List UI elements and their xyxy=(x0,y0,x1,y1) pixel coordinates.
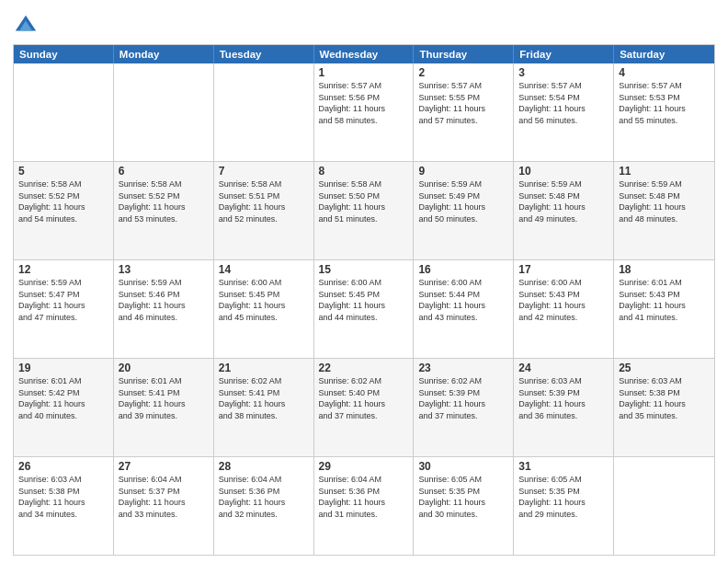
day-info: Sunrise: 6:04 AMSunset: 5:37 PMDaylight:… xyxy=(119,474,209,520)
calendar-cell-27: 27Sunrise: 6:04 AMSunset: 5:37 PMDayligh… xyxy=(114,457,214,555)
day-info: Sunrise: 5:59 AMSunset: 5:46 PMDaylight:… xyxy=(119,277,209,323)
day-number: 26 xyxy=(18,460,108,473)
calendar-cell-15: 15Sunrise: 6:00 AMSunset: 5:45 PMDayligh… xyxy=(314,260,415,358)
day-number: 10 xyxy=(518,165,609,178)
day-number: 27 xyxy=(119,460,209,473)
day-info: Sunrise: 5:58 AMSunset: 5:52 PMDaylight:… xyxy=(18,178,108,224)
calendar-cell-18: 18Sunrise: 6:01 AMSunset: 5:43 PMDayligh… xyxy=(614,260,714,358)
calendar-cell-2: 2Sunrise: 5:57 AMSunset: 5:55 PMDaylight… xyxy=(414,63,514,161)
calendar-row-4: 26Sunrise: 6:03 AMSunset: 5:38 PMDayligh… xyxy=(14,456,714,555)
day-number: 4 xyxy=(619,66,710,79)
weekday-header-saturday: Saturday xyxy=(614,45,714,63)
calendar-body: 1Sunrise: 5:57 AMSunset: 5:56 PMDaylight… xyxy=(14,63,714,555)
day-number: 20 xyxy=(119,362,209,374)
day-info: Sunrise: 5:58 AMSunset: 5:51 PMDaylight:… xyxy=(219,178,309,224)
calendar-cell-empty xyxy=(14,63,114,161)
calendar-cell-13: 13Sunrise: 5:59 AMSunset: 5:46 PMDayligh… xyxy=(114,260,214,358)
day-number: 2 xyxy=(418,66,508,79)
day-info: Sunrise: 6:04 AMSunset: 5:36 PMDaylight:… xyxy=(319,474,409,520)
day-number: 12 xyxy=(18,263,108,276)
page-header xyxy=(13,9,715,39)
calendar-cell-21: 21Sunrise: 6:02 AMSunset: 5:41 PMDayligh… xyxy=(214,359,314,456)
day-info: Sunrise: 5:59 AMSunset: 5:48 PMDaylight:… xyxy=(518,178,609,224)
calendar-cell-8: 8Sunrise: 5:58 AMSunset: 5:50 PMDaylight… xyxy=(314,162,415,259)
calendar-row-3: 19Sunrise: 6:01 AMSunset: 5:42 PMDayligh… xyxy=(14,358,714,456)
day-info: Sunrise: 6:01 AMSunset: 5:41 PMDaylight:… xyxy=(119,375,209,421)
day-info: Sunrise: 6:05 AMSunset: 5:35 PMDaylight:… xyxy=(418,474,508,520)
calendar-cell-empty xyxy=(214,63,314,161)
day-info: Sunrise: 6:00 AMSunset: 5:45 PMDaylight:… xyxy=(219,277,309,323)
calendar-cell-20: 20Sunrise: 6:01 AMSunset: 5:41 PMDayligh… xyxy=(114,359,214,456)
calendar-cell-empty xyxy=(114,63,214,161)
page-container: SundayMondayTuesdayWednesdayThursdayFrid… xyxy=(0,0,728,563)
calendar-cell-22: 22Sunrise: 6:02 AMSunset: 5:40 PMDayligh… xyxy=(314,359,415,456)
calendar-cell-7: 7Sunrise: 5:58 AMSunset: 5:51 PMDaylight… xyxy=(214,162,314,259)
calendar-cell-empty xyxy=(614,457,714,555)
weekday-header-monday: Monday xyxy=(114,45,214,63)
day-info: Sunrise: 5:57 AMSunset: 5:53 PMDaylight:… xyxy=(619,80,710,126)
day-info: Sunrise: 5:58 AMSunset: 5:52 PMDaylight:… xyxy=(119,178,209,224)
calendar-row-2: 12Sunrise: 5:59 AMSunset: 5:47 PMDayligh… xyxy=(14,259,714,358)
day-info: Sunrise: 6:03 AMSunset: 5:38 PMDaylight:… xyxy=(619,375,710,421)
logo-icon xyxy=(13,13,39,39)
calendar-cell-16: 16Sunrise: 6:00 AMSunset: 5:44 PMDayligh… xyxy=(414,260,514,358)
day-number: 11 xyxy=(619,165,710,178)
day-info: Sunrise: 5:57 AMSunset: 5:55 PMDaylight:… xyxy=(418,80,508,126)
calendar-row-0: 1Sunrise: 5:57 AMSunset: 5:56 PMDaylight… xyxy=(14,63,714,161)
day-number: 7 xyxy=(219,165,309,178)
weekday-header-thursday: Thursday xyxy=(414,45,514,63)
calendar-cell-26: 26Sunrise: 6:03 AMSunset: 5:38 PMDayligh… xyxy=(14,457,114,555)
day-info: Sunrise: 6:01 AMSunset: 5:43 PMDaylight:… xyxy=(619,277,710,323)
calendar-cell-28: 28Sunrise: 6:04 AMSunset: 5:36 PMDayligh… xyxy=(214,457,314,555)
day-info: Sunrise: 6:02 AMSunset: 5:40 PMDaylight:… xyxy=(319,375,409,421)
day-number: 8 xyxy=(319,165,409,178)
day-info: Sunrise: 6:03 AMSunset: 5:38 PMDaylight:… xyxy=(18,474,108,520)
calendar-cell-29: 29Sunrise: 6:04 AMSunset: 5:36 PMDayligh… xyxy=(314,457,415,555)
day-number: 25 xyxy=(619,362,710,374)
calendar-header: SundayMondayTuesdayWednesdayThursdayFrid… xyxy=(14,45,714,63)
day-info: Sunrise: 6:02 AMSunset: 5:41 PMDaylight:… xyxy=(219,375,309,421)
weekday-header-sunday: Sunday xyxy=(14,45,114,63)
calendar-row-1: 5Sunrise: 5:58 AMSunset: 5:52 PMDaylight… xyxy=(14,161,714,259)
day-info: Sunrise: 6:00 AMSunset: 5:43 PMDaylight:… xyxy=(518,277,609,323)
day-number: 17 xyxy=(518,263,609,276)
day-info: Sunrise: 6:04 AMSunset: 5:36 PMDaylight:… xyxy=(219,474,309,520)
day-info: Sunrise: 5:59 AMSunset: 5:48 PMDaylight:… xyxy=(619,178,710,224)
logo xyxy=(13,13,42,39)
day-number: 15 xyxy=(319,263,409,276)
day-number: 18 xyxy=(619,263,710,276)
day-number: 29 xyxy=(319,460,409,473)
day-number: 14 xyxy=(219,263,309,276)
calendar-cell-4: 4Sunrise: 5:57 AMSunset: 5:53 PMDaylight… xyxy=(614,63,714,161)
calendar-cell-9: 9Sunrise: 5:59 AMSunset: 5:49 PMDaylight… xyxy=(414,162,514,259)
calendar-cell-19: 19Sunrise: 6:01 AMSunset: 5:42 PMDayligh… xyxy=(14,359,114,456)
day-number: 3 xyxy=(518,66,609,79)
calendar-cell-25: 25Sunrise: 6:03 AMSunset: 5:38 PMDayligh… xyxy=(614,359,714,456)
calendar-cell-31: 31Sunrise: 6:05 AMSunset: 5:35 PMDayligh… xyxy=(514,457,614,555)
day-info: Sunrise: 6:01 AMSunset: 5:42 PMDaylight:… xyxy=(18,375,108,421)
day-number: 13 xyxy=(119,263,209,276)
day-info: Sunrise: 6:02 AMSunset: 5:39 PMDaylight:… xyxy=(418,375,508,421)
day-number: 24 xyxy=(518,362,609,374)
calendar-cell-10: 10Sunrise: 5:59 AMSunset: 5:48 PMDayligh… xyxy=(514,162,614,259)
day-number: 28 xyxy=(219,460,309,473)
calendar-cell-12: 12Sunrise: 5:59 AMSunset: 5:47 PMDayligh… xyxy=(14,260,114,358)
day-number: 19 xyxy=(18,362,108,374)
day-number: 9 xyxy=(418,165,508,178)
calendar-cell-5: 5Sunrise: 5:58 AMSunset: 5:52 PMDaylight… xyxy=(14,162,114,259)
day-number: 31 xyxy=(518,460,609,473)
day-number: 16 xyxy=(418,263,508,276)
weekday-header-friday: Friday xyxy=(514,45,614,63)
day-number: 22 xyxy=(319,362,409,374)
calendar-cell-1: 1Sunrise: 5:57 AMSunset: 5:56 PMDaylight… xyxy=(314,63,415,161)
calendar: SundayMondayTuesdayWednesdayThursdayFrid… xyxy=(13,44,715,556)
calendar-cell-30: 30Sunrise: 6:05 AMSunset: 5:35 PMDayligh… xyxy=(414,457,514,555)
day-number: 1 xyxy=(319,66,409,79)
day-info: Sunrise: 5:59 AMSunset: 5:49 PMDaylight:… xyxy=(418,178,508,224)
calendar-cell-23: 23Sunrise: 6:02 AMSunset: 5:39 PMDayligh… xyxy=(414,359,514,456)
day-number: 21 xyxy=(219,362,309,374)
calendar-cell-3: 3Sunrise: 5:57 AMSunset: 5:54 PMDaylight… xyxy=(514,63,614,161)
day-info: Sunrise: 5:57 AMSunset: 5:54 PMDaylight:… xyxy=(518,80,609,126)
day-info: Sunrise: 6:05 AMSunset: 5:35 PMDaylight:… xyxy=(518,474,609,520)
day-info: Sunrise: 6:00 AMSunset: 5:44 PMDaylight:… xyxy=(418,277,508,323)
